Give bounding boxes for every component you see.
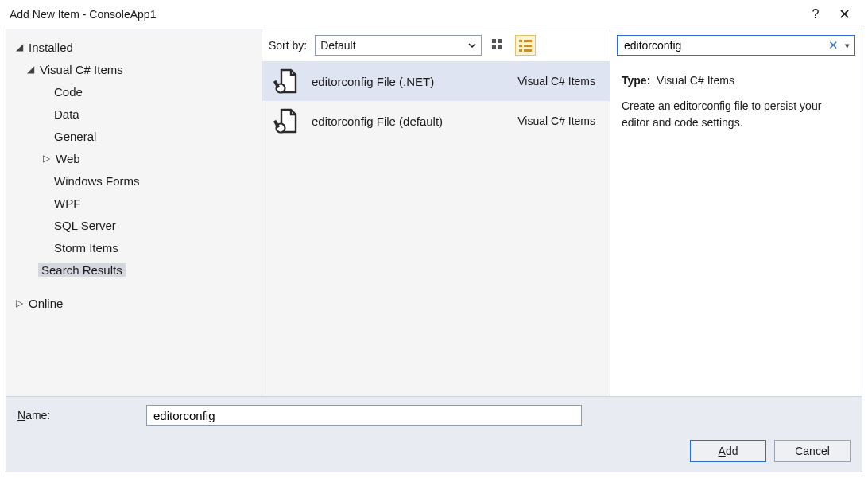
tree-item-wpf[interactable]: WPF (6, 192, 262, 214)
search-box[interactable]: ✕ ▾ (617, 35, 855, 56)
tree-label: Windows Forms (54, 174, 140, 188)
svg-rect-8 (519, 49, 522, 52)
tree-label: Online (29, 297, 63, 310)
svg-rect-7 (524, 45, 532, 47)
svg-rect-2 (492, 45, 496, 49)
detail-pane: ✕ ▾ Type: Visual C# Items Create an edit… (610, 29, 862, 396)
tree-label: WPF (54, 196, 80, 210)
view-icons-button[interactable] (488, 35, 509, 56)
tree-visual-csharp-items[interactable]: ◢ Visual C# Items (6, 58, 262, 80)
expand-icon: ▷ (14, 297, 24, 309)
expand-icon: ▷ (41, 153, 51, 164)
button-row: Add Cancel (17, 440, 851, 462)
tree-item-windows-forms[interactable]: Windows Forms (6, 169, 262, 192)
tree-item-code[interactable]: Code (6, 80, 262, 103)
detail-type-value: Visual C# Items (657, 74, 734, 87)
detail-type-label: Type: (622, 74, 650, 87)
tree-label: General (54, 130, 96, 143)
editorconfig-file-icon (272, 107, 300, 135)
sort-by-value: Default (320, 39, 355, 52)
dialog-body: ◢ Installed ◢ Visual C# Items Code Data … (6, 29, 862, 472)
template-toolbar: Sort by: Default (262, 29, 610, 61)
tree-item-sql-server[interactable]: SQL Server (6, 214, 262, 236)
category-sidebar: ◢ Installed ◢ Visual C# Items Code Data … (6, 29, 262, 396)
main-area: ◢ Installed ◢ Visual C# Items Code Data … (6, 29, 862, 396)
tree-item-storm-items[interactable]: Storm Items (6, 236, 262, 258)
clear-search-icon[interactable]: ✕ (825, 38, 842, 52)
svg-rect-3 (498, 45, 502, 49)
dialog-footer: Name: Add Cancel (6, 396, 862, 472)
template-name: editorconfig File (default) (312, 115, 506, 128)
collapse-icon: ◢ (14, 41, 24, 52)
grid-view-icon (491, 38, 506, 52)
template-list: editorconfig File (.NET) Visual C# Items… (262, 61, 610, 396)
tree-item-data[interactable]: Data (6, 103, 262, 125)
name-row: Name: (17, 405, 851, 426)
close-button[interactable]: ✕ (830, 0, 858, 29)
editorconfig-file-icon (272, 67, 300, 95)
search-bar: ✕ ▾ (610, 29, 862, 61)
sort-by-select[interactable]: Default (315, 35, 482, 56)
detail-description: Create an editorconfig file to persist y… (622, 98, 851, 131)
tree-label: SQL Server (54, 219, 116, 232)
name-input[interactable] (146, 405, 582, 426)
tree-search-results[interactable]: Search Results (6, 258, 262, 281)
template-details: Type: Visual C# Items Create an editorco… (610, 61, 862, 396)
svg-rect-9 (524, 49, 532, 52)
template-category: Visual C# Items (517, 115, 600, 127)
svg-rect-0 (492, 39, 496, 43)
name-label: Name: (17, 409, 137, 422)
svg-rect-5 (524, 40, 532, 42)
titlebar: Add New Item - ConsoleApp1 ? ✕ (0, 0, 868, 29)
template-name: editorconfig File (.NET) (312, 75, 506, 88)
tree-label: Storm Items (54, 241, 118, 255)
tree-online[interactable]: ▷ Online (6, 292, 262, 314)
template-item[interactable]: editorconfig File (.NET) Visual C# Items (262, 61, 610, 101)
chevron-down-icon (468, 41, 476, 49)
tree-item-general[interactable]: General (6, 125, 262, 147)
window-title: Add New Item - ConsoleApp1 (10, 8, 801, 21)
tree-installed[interactable]: ◢ Installed (6, 36, 262, 58)
help-button[interactable]: ? (801, 0, 830, 29)
tree-label: Code (54, 85, 83, 99)
template-item[interactable]: editorconfig File (default) Visual C# It… (262, 101, 610, 141)
cancel-button[interactable]: Cancel (774, 440, 851, 462)
search-options-icon[interactable]: ▾ (842, 41, 850, 51)
template-list-pane: Sort by: Default (262, 29, 610, 396)
search-input[interactable] (622, 38, 825, 52)
tree-label: Installed (29, 41, 73, 54)
tree-item-web[interactable]: ▷ Web (6, 147, 262, 169)
list-view-icon (518, 38, 533, 52)
tree-label: Data (54, 107, 79, 121)
svg-rect-6 (519, 45, 522, 47)
sort-by-label: Sort by: (269, 39, 307, 52)
template-category: Visual C# Items (517, 75, 600, 87)
tree-label: Visual C# Items (40, 63, 123, 76)
add-button[interactable]: Add (690, 440, 766, 462)
svg-rect-4 (519, 40, 522, 42)
collapse-icon: ◢ (25, 64, 35, 75)
view-list-button[interactable] (515, 35, 536, 56)
tree-label: Web (56, 152, 80, 165)
svg-rect-1 (498, 39, 502, 43)
tree-label: Search Results (38, 263, 126, 277)
